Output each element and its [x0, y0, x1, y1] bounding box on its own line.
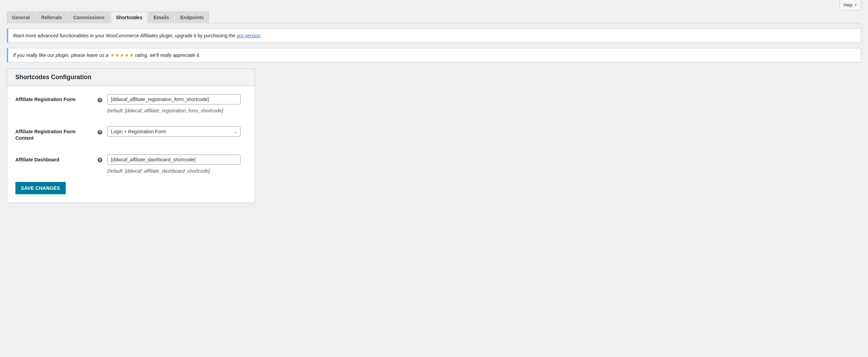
caret-down-icon: ▼: [854, 3, 857, 7]
dashboard-shortcode-input[interactable]: [107, 155, 241, 165]
dashboard-default-text: Default: [ddwcaf_affiliate_dashboard_sho…: [107, 168, 246, 174]
rating-pre-text: If you really like our plugin, please le…: [13, 52, 108, 58]
registration-form-shortcode-input[interactable]: [107, 94, 241, 104]
upgrade-notice: Want more advanced functionalities in yo…: [7, 28, 861, 43]
field-row-dashboard: Affiliate Dashboard ? Default: [ddwcaf_a…: [15, 155, 246, 174]
panel-title: Shortcodes Configuration: [7, 69, 255, 86]
help-icon[interactable]: ?: [98, 94, 104, 102]
help-icon[interactable]: ?: [98, 155, 104, 163]
notice-text: Want more advanced functionalities in yo…: [13, 33, 235, 38]
shortcodes-panel: Shortcodes Configuration Affiliate Regis…: [7, 69, 255, 203]
pro-version-link[interactable]: pro version: [237, 33, 260, 38]
label-dashboard: Affiliate Dashboard: [15, 155, 98, 163]
rating-post-text: rating, we'll really appreciate it.: [135, 52, 200, 58]
registration-form-content-select-wrap: Login + Registration Form ⌄: [107, 126, 241, 137]
tab-referrals[interactable]: Referrals: [36, 12, 67, 23]
help-icon[interactable]: ?: [98, 126, 104, 135]
settings-tabs: General Referrals Commissions Shortcodes…: [7, 12, 861, 23]
field-row-registration-form-content: Affiliate Registration Form Content ? Lo…: [15, 126, 246, 141]
registration-form-content-select[interactable]: Login + Registration Form: [107, 126, 241, 137]
notice-period: .: [260, 33, 262, 38]
tab-shortcodes[interactable]: Shortcodes: [111, 12, 148, 23]
tab-endpoints[interactable]: Endpoints: [175, 12, 209, 23]
star-icon: ★★★★★: [110, 52, 134, 58]
label-registration-form: Affiliate Registration Form: [15, 94, 98, 103]
label-registration-form-content: Affiliate Registration Form Content: [15, 126, 98, 141]
tab-general[interactable]: General: [7, 12, 35, 23]
save-changes-button[interactable]: Save Changes: [15, 182, 66, 194]
help-toggle-button[interactable]: Help ▼: [840, 0, 861, 10]
tab-commissions[interactable]: Commissions: [68, 12, 110, 23]
help-label: Help: [843, 2, 853, 8]
registration-form-default-text: Default: [ddwcaf_affiliate_registration_…: [107, 108, 246, 113]
rating-notice: If you really like our plugin, please le…: [7, 48, 861, 62]
tab-emails[interactable]: Emails: [149, 12, 174, 23]
field-row-registration-form: Affiliate Registration Form ? Default: […: [15, 94, 246, 113]
